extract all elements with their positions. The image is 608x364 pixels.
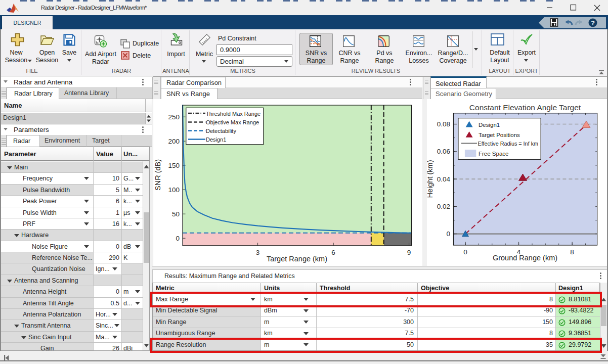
svg-text:Constant Elevation Angle Targe: Constant Elevation Angle Target bbox=[469, 103, 581, 112]
svg-text:Height (km): Height (km) bbox=[427, 160, 434, 198]
svg-text:0.06: 0.06 bbox=[437, 148, 450, 155]
svg-text:Design1: Design1 bbox=[479, 122, 500, 128]
svg-text:Ground Range (km): Ground Range (km) bbox=[493, 254, 557, 262]
svg-text:Objective Max Range: Objective Max Range bbox=[206, 119, 259, 125]
svg-text:0: 0 bbox=[176, 235, 180, 242]
svg-text:150: 150 bbox=[168, 162, 180, 169]
svg-text:100: 100 bbox=[168, 186, 180, 194]
svg-text:200: 200 bbox=[168, 138, 180, 145]
svg-text:0: 0 bbox=[463, 248, 467, 256]
svg-text:Effective Radius = Inf km: Effective Radius = Inf km bbox=[478, 141, 539, 147]
svg-text:0: 0 bbox=[446, 230, 450, 238]
svg-text:Detectability: Detectability bbox=[206, 128, 236, 134]
svg-text:?: ? bbox=[591, 20, 595, 27]
svg-text:8: 8 bbox=[570, 248, 574, 256]
svg-text:6: 6 bbox=[331, 249, 335, 256]
svg-text:SNR (dB): SNR (dB) bbox=[154, 159, 162, 191]
svg-text:Free Space: Free Space bbox=[479, 151, 508, 157]
svg-text:250: 250 bbox=[168, 113, 180, 121]
svg-text:0.02: 0.02 bbox=[437, 203, 450, 210]
svg-text:Target Positions: Target Positions bbox=[479, 132, 520, 138]
svg-text:50: 50 bbox=[172, 210, 180, 218]
svg-text:Threshold Max Range: Threshold Max Range bbox=[206, 111, 260, 117]
svg-text:Design1: Design1 bbox=[206, 136, 226, 143]
svg-text:0.04: 0.04 bbox=[437, 175, 451, 183]
svg-text:Target Range (km): Target Range (km) bbox=[267, 255, 327, 263]
svg-text:3: 3 bbox=[256, 249, 260, 256]
svg-text:9: 9 bbox=[407, 249, 411, 256]
svg-text:0.08: 0.08 bbox=[437, 120, 450, 128]
